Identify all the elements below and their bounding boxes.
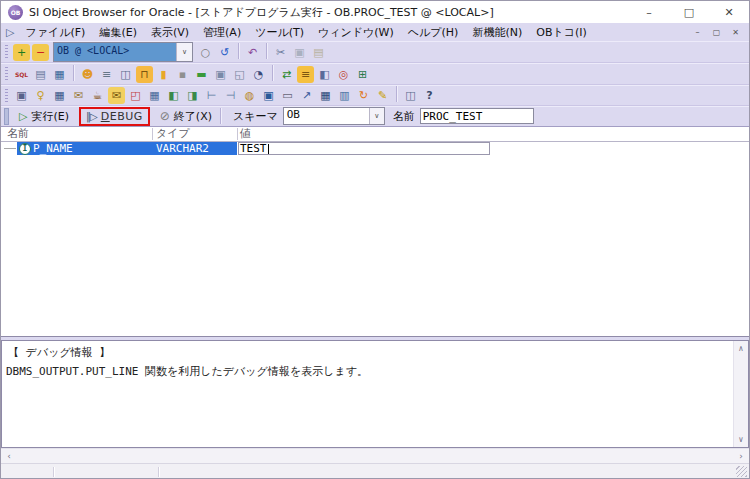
paste-icon[interactable]: ▤ [310,44,327,61]
report-icon[interactable]: ≡ [297,66,314,83]
tablespace-icon[interactable]: ▮ [155,66,172,83]
mail-folder-icon[interactable]: ✉ [108,87,125,104]
menu-help[interactable]: ヘルプ(H) [401,24,466,41]
mdi-window-icon[interactable]: ▷ [6,26,14,39]
data-transfer-icon[interactable]: ⊞ [354,66,371,83]
debug-info-pane[interactable]: 【 デバッグ情報 】 DBMS_OUTPUT.PUT_LINE 関数を利用したデ… [1,340,749,448]
import-export-icon[interactable]: ⇄ [278,66,295,83]
rollback-icon[interactable]: ↺ [216,44,233,61]
toolbar-grip[interactable] [5,45,8,59]
resize-grip[interactable] [736,466,747,477]
menu-new-features[interactable]: 新機能(N) [465,24,529,41]
run-button[interactable]: ▷ 実行(E) [15,109,73,124]
window-copy-icon[interactable]: ▣ [260,87,277,104]
status-bar [1,463,749,479]
scroll-left-icon[interactable]: ‹ [2,450,16,463]
tree-expand-icon[interactable]: ⊣ [222,87,239,104]
scroll-up-icon[interactable]: ∧ [734,342,748,355]
pane-grip[interactable] [4,108,9,125]
connect-database-icon[interactable]: + [13,44,30,61]
disconnect-database-icon[interactable]: − [32,44,49,61]
menu-file[interactable]: ファイル(F) [18,24,92,41]
chevron-down-icon[interactable]: ∨ [176,43,192,61]
toolbar-grip[interactable] [5,67,8,81]
coffee-break-icon[interactable]: ☕ [89,87,106,104]
user-icon[interactable]: ☻ [79,66,96,83]
data-grid-icon[interactable]: ▦ [146,87,163,104]
parameter-type-cell[interactable]: VARCHAR2 [156,142,209,155]
mail-send-icon[interactable]: ✉ [70,87,87,104]
key-icon[interactable]: ♀ [32,87,49,104]
menu-tools[interactable]: ツール(T) [248,24,311,41]
sql-editor-icon[interactable]: SQL [13,66,30,83]
session-icon[interactable]: ≡ [98,66,115,83]
scroll-down-icon[interactable]: ∨ [734,433,748,446]
parameter-name-cell[interactable]: P_NAME [33,142,73,155]
minimize-button[interactable]: – [629,1,669,23]
refresh-icon[interactable]: ↻ [355,87,372,104]
toolbar-grip[interactable] [5,89,8,103]
script-editor-icon[interactable]: ▤ [32,66,49,83]
schema-combo[interactable]: OB ∨ [283,107,385,125]
debug-icon: ‖▷ [86,111,97,122]
memory-icon[interactable]: ▬ [193,66,210,83]
edit-memo-icon[interactable]: ✎ [374,87,391,104]
role-icon[interactable]: ▪ [174,66,191,83]
object-search-icon[interactable]: ◎ [335,66,352,83]
window-buttons: ▣♀▦✉☕✉◰▦◧◨⊢⊣◍▣▭↗▦▥↻✎◫? [12,86,439,105]
column-divider[interactable] [152,128,153,140]
split-window-icon[interactable]: ◫ [402,87,419,104]
er-diagram-icon[interactable]: ▥ [336,87,353,104]
menu-window[interactable]: ウィンドウ(W) [311,24,401,41]
table-window-icon[interactable]: ▣ [13,87,30,104]
database-server-icon[interactable]: ◫ [117,66,134,83]
grid-window-icon[interactable]: ▦ [317,87,334,104]
horizontal-scrollbar[interactable]: ‹ › [1,448,749,463]
blank-window-icon[interactable]: ▭ [279,87,296,104]
undo-icon[interactable]: ↶ [244,44,261,61]
mdi-minimize-button[interactable]: – [688,24,707,40]
procedure-window-icon[interactable]: ◰ [127,87,144,104]
connection-combo[interactable]: OB @ <LOCAL> ∨ [53,42,193,62]
column-header-name[interactable]: 名前 [7,127,29,140]
close-button[interactable]: ✕ [709,1,749,23]
schema-combo-value: OB [284,108,369,124]
table-list-icon[interactable]: ▦ [51,87,68,104]
recycle-bin-icon[interactable]: ◱ [231,66,248,83]
column-header-type[interactable]: タイプ [156,127,190,140]
tree-collapse-icon[interactable]: ⊢ [203,87,220,104]
parameter-row[interactable]: I P_NAME VARCHAR2 TEST [1,142,749,155]
commit-icon[interactable]: ○ [197,44,214,61]
option-window-icon[interactable]: ◍ [241,87,258,104]
cut-icon[interactable]: ✂ [272,44,289,61]
menu-obtoko[interactable]: OBトコ(I) [529,24,594,41]
source-compare-icon[interactable]: ◧ [316,66,333,83]
object-copy-icon[interactable]: ▣ [212,66,229,83]
menu-view[interactable]: 表示(V) [144,24,196,41]
result-set-icon[interactable]: ▦ [51,66,68,83]
mdi-close-button[interactable]: ✕ [726,24,745,40]
mdi-restore-button[interactable]: ▢ [707,24,726,40]
help-icon[interactable]: ? [421,87,438,104]
menu-edit[interactable]: 編集(E) [92,24,144,41]
transaction-buttons: ○↺↶✂▣▤ [196,43,328,62]
lock-icon[interactable]: ⊓ [136,66,153,83]
toolbar-separator [73,65,74,81]
debug-button[interactable]: ‖▷ DEBUG [79,107,150,126]
column-divider[interactable] [237,128,238,140]
vertical-scrollbar[interactable]: ∧ ∨ [733,341,748,447]
chevron-down-icon[interactable]: ∨ [369,108,384,124]
column-header-value[interactable]: 値 [240,127,251,140]
stop-button[interactable]: ⊘ 終了(X) [156,109,216,124]
object-buttons: SQL▤▦☻≡◫⊓▮▪▬▣◱◔⇄≡◧◎⊞ [12,65,372,84]
session-monitor-icon[interactable]: ◔ [250,66,267,83]
parameter-value-editor[interactable]: TEST [238,142,490,155]
definition-window-icon[interactable]: ◧ [165,87,182,104]
shortcut-icon[interactable]: ↗ [298,87,315,104]
maximize-button[interactable]: □ [669,1,709,23]
menu-manage[interactable]: 管理(A) [196,24,248,41]
copy-icon[interactable]: ▣ [291,44,308,61]
source-window-icon[interactable]: ◨ [184,87,201,104]
scroll-right-icon[interactable]: › [734,450,748,463]
procedure-name-input[interactable] [420,108,534,124]
